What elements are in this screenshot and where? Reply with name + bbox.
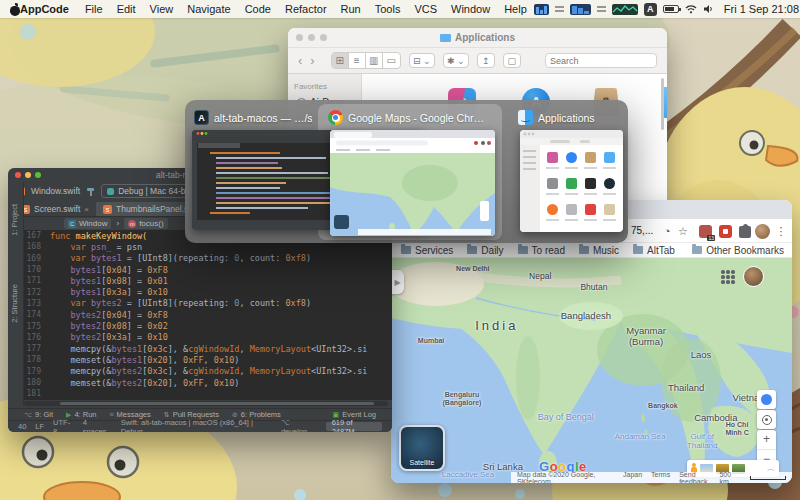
satellite-layer-toggle[interactable]: Satellite	[399, 425, 445, 471]
zoom-button[interactable]	[35, 172, 41, 178]
close-button[interactable]	[15, 172, 21, 178]
tab-screen-swift[interactable]: sScreen.swift×	[14, 202, 96, 216]
code-text: var bytes2 = [UInt8](repeating: 0, count…	[50, 298, 311, 308]
editor-hscrollbar[interactable]	[24, 401, 388, 406]
bookmark-folder[interactable]: To read	[518, 245, 565, 256]
map-water-label: Gulf ofThailand	[687, 432, 718, 450]
extension-icon-adblock[interactable]	[719, 225, 732, 238]
code-line: 181	[24, 388, 392, 399]
code-text: bytes1[0x08] = 0x01	[50, 276, 168, 286]
back-forward-buttons[interactable]: ‹›	[298, 53, 323, 68]
code-text: bytes1[0x04] = 0xF8	[50, 265, 168, 275]
extensions-puzzle-icon[interactable]	[739, 226, 751, 238]
breadcrumb-class[interactable]: CWindow	[64, 218, 111, 229]
menu-item[interactable]: Edit	[117, 3, 136, 15]
code-text: var psn_ = psn	[50, 242, 142, 252]
line-number: 176	[24, 333, 50, 342]
list-view-button[interactable]: ≡	[349, 53, 366, 68]
menubar-app-name[interactable]: AppCode	[20, 3, 69, 15]
chrome-app-icon	[328, 110, 343, 125]
bookmark-star-icon[interactable]: ☆	[675, 223, 691, 239]
menu-item[interactable]: File	[85, 3, 103, 15]
caret-position[interactable]: 40	[18, 422, 26, 431]
chrome-menu-icon[interactable]: ⋮	[773, 223, 789, 239]
indent-setting[interactable]: 4 spaces	[83, 418, 112, 433]
code-editor[interactable]: 167 func makeKeyWindow( 168 var psn_ = p…	[24, 230, 392, 400]
run-configuration-selector[interactable]: Debug | Mac 64-bit	[101, 184, 196, 198]
address-bar-url-fragment[interactable]: 75,...	[631, 225, 653, 236]
my-location-button[interactable]	[757, 410, 776, 429]
history-clock-icon[interactable]: ◔	[659, 223, 675, 239]
bookmark-folder[interactable]: Music	[579, 245, 619, 256]
extension-icon-capture[interactable]: 13	[699, 225, 712, 238]
switcher-thumbnail-chrome[interactable]	[330, 130, 495, 236]
menubar-clock[interactable]: Fri 1 Sep 21:08	[724, 3, 799, 15]
toolwindow-button-project[interactable]: 1: Project	[10, 204, 19, 236]
memory-indicator[interactable]: 619 of 2487M	[326, 422, 382, 431]
bookmark-folder[interactable]: Daily	[467, 245, 503, 256]
cpu-meter-widget[interactable]	[534, 4, 549, 15]
line-number: 178	[24, 355, 50, 364]
input-source-icon[interactable]: A	[644, 3, 657, 16]
menu-item[interactable]: Tools	[375, 3, 401, 15]
toolwindow-button[interactable]: 9: Git	[24, 410, 53, 419]
menu-item[interactable]: VCS	[414, 3, 437, 15]
attribution-link[interactable]: Terms	[651, 471, 670, 484]
google-account-avatar[interactable]	[743, 266, 764, 287]
network-sparkline-widget[interactable]	[612, 4, 638, 15]
search-input[interactable]	[545, 53, 657, 68]
group-button[interactable]: ⊟ ⌄	[409, 53, 435, 68]
bookmark-folder[interactable]: AltTab	[633, 245, 675, 256]
line-separator[interactable]: LF	[35, 422, 44, 431]
column-view-button[interactable]: ▥	[366, 53, 383, 68]
folder-icon	[518, 246, 528, 254]
menu-item[interactable]: Help	[504, 3, 527, 15]
compass-icon	[762, 415, 772, 425]
attribution-link[interactable]: Send feedback	[679, 471, 710, 484]
volume-icon[interactable]	[703, 4, 714, 14]
map-globe-button[interactable]	[757, 390, 776, 409]
wifi-icon[interactable]	[685, 4, 697, 14]
finder-scrollbar[interactable]	[661, 78, 664, 130]
build-hammer-icon[interactable]	[86, 187, 95, 196]
share-button[interactable]: ↥	[477, 53, 495, 68]
file-encoding[interactable]: UTF-8	[53, 418, 74, 433]
google-apps-grid-icon[interactable]	[721, 270, 735, 284]
switcher-item-chrome-selected[interactable]: Google Maps - Google Chr…	[328, 110, 492, 125]
menu-item[interactable]: Refactor	[285, 3, 327, 15]
attribution-link[interactable]: Japan	[623, 471, 642, 484]
breadcrumb-method[interactable]: mfocus()	[124, 218, 167, 229]
minimize-button[interactable]	[25, 172, 31, 178]
menu-item[interactable]: Run	[341, 3, 361, 15]
tag-button[interactable]: ▢	[503, 53, 521, 68]
close-tab-icon[interactable]: ×	[84, 205, 89, 214]
menubar: AppCode FileEditViewNavigateCodeRefactor…	[0, 0, 800, 18]
current-file-label[interactable]: Window.swift	[31, 186, 80, 196]
gallery-view-button[interactable]: ▭	[383, 53, 400, 68]
side-panel-toggle[interactable]: ▶	[391, 270, 404, 294]
menu-item[interactable]: View	[150, 3, 174, 15]
other-bookmarks[interactable]: Other Bookmarks	[692, 245, 784, 256]
git-branch[interactable]: develop	[281, 418, 317, 433]
zoom-in-button[interactable]: +	[757, 430, 776, 450]
icon-view-button[interactable]: ⊞	[332, 53, 349, 68]
battery-icon[interactable]	[663, 5, 679, 13]
switcher-thumbnail-finder[interactable]	[520, 130, 623, 232]
action-menu-button[interactable]: ✱ ⌄	[443, 53, 469, 68]
google-map-canvas[interactable]: IndiaBangladeshMyanmar(Burma)LaosThailan…	[391, 258, 792, 483]
map-country-label: Myanmar(Burma)	[626, 326, 666, 348]
profile-avatar[interactable]	[755, 224, 770, 239]
bookmark-folder[interactable]: Services	[401, 245, 453, 256]
switcher-item-finder[interactable]: Applications	[518, 110, 618, 125]
extension-badge: 13	[707, 235, 715, 241]
switcher-item-appcode[interactable]: A alt-tab-macos — …/src/logic…	[194, 110, 312, 125]
memory-meter-widget[interactable]	[570, 4, 591, 15]
class-icon: C	[68, 220, 76, 228]
menu-item[interactable]: Code	[245, 3, 271, 15]
view-switcher[interactable]: ⊞≡▥▭	[331, 52, 401, 69]
code-line: 169 var bytes1 = [UInt8](repeating: 0, c…	[24, 253, 392, 264]
menu-item[interactable]: Window	[451, 3, 490, 15]
menu-item[interactable]: Navigate	[187, 3, 230, 15]
toolwindow-button-structure[interactable]: 2: Structure	[10, 284, 19, 323]
line-number: 170	[24, 265, 50, 274]
